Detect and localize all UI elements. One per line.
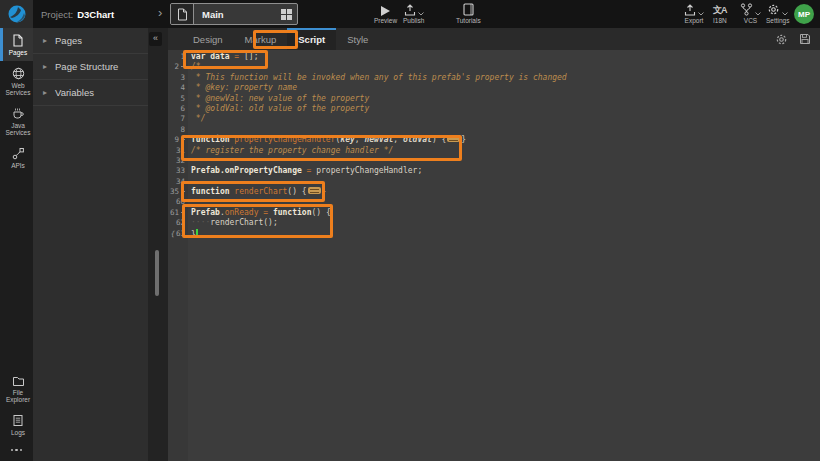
code-lines[interactable]: var data = [];/* * This function will be… <box>188 50 820 461</box>
vertical-scrollbar[interactable] <box>155 250 159 296</box>
i18n-button[interactable]: 文A I18N <box>713 3 727 24</box>
code-line[interactable]: * @oldVal: old value of the property <box>191 104 820 114</box>
editor-settings-gear-icon[interactable] <box>775 33 788 46</box>
code-line[interactable] <box>191 125 820 135</box>
gutter-line-number[interactable]: 8 <box>168 125 188 135</box>
gutter-line-number[interactable]: 60 <box>168 197 188 207</box>
fold-marker-icon[interactable] <box>181 139 185 140</box>
sidebar-more-button[interactable] <box>0 441 33 461</box>
accordion-pages[interactable]: ▸ Pages <box>33 28 148 54</box>
user-avatar[interactable]: MP <box>794 4 814 24</box>
tutorials-button[interactable]: Tutorials <box>456 3 481 24</box>
folded-code-icon[interactable] <box>447 135 460 142</box>
code-line[interactable]: */ <box>191 114 820 124</box>
code-line[interactable]: ····renderChart(); <box>191 218 820 228</box>
vcs-button[interactable]: VCS <box>740 3 761 24</box>
code-token: Prefab <box>191 208 220 217</box>
sidebar-item-logs[interactable]: Logs <box>0 408 33 441</box>
tab-style[interactable]: Style <box>336 28 379 50</box>
code-token: key <box>340 135 354 144</box>
gutter-line-number[interactable]: 34 <box>168 177 188 187</box>
code-token: function <box>191 135 234 144</box>
page-selector[interactable]: Main <box>170 3 298 25</box>
code-line[interactable]: /* <box>191 62 820 72</box>
upload-icon <box>404 4 416 16</box>
code-line[interactable]: function renderChart() {} <box>191 187 820 197</box>
collapse-panel-button[interactable]: « <box>149 32 162 46</box>
fold-marker-icon[interactable] <box>181 191 185 192</box>
code-token: } <box>322 187 327 196</box>
code-line[interactable] <box>191 156 820 166</box>
code-line[interactable] <box>191 197 820 207</box>
wavemaker-logo-icon <box>7 4 27 24</box>
grid-icon[interactable] <box>281 4 297 24</box>
publish-button[interactable]: Publish <box>403 3 424 24</box>
gutter-line-number[interactable]: 32 <box>168 156 188 166</box>
gutter-line-number[interactable]: 33 <box>168 166 188 176</box>
code-token: function <box>268 208 311 217</box>
code-editor[interactable]: 1234567893132333435606162{63 var data = … <box>168 50 820 461</box>
gutter-line-number[interactable]: 5 <box>168 94 188 104</box>
sidebar-item-java-services[interactable]: Java Services <box>0 101 33 141</box>
vcs-label: VCS <box>744 17 757 24</box>
project-label: Project: <box>41 9 73 20</box>
code-line[interactable]: } <box>191 229 820 239</box>
chevron-down-icon <box>418 12 424 16</box>
sidebar-spacer <box>0 174 33 369</box>
publish-label: Publish <box>403 17 424 24</box>
gutter-line-number[interactable]: 31 <box>168 146 188 156</box>
accordion-variables[interactable]: ▸ Variables <box>33 80 148 106</box>
code-token: propertyChangeHandler <box>234 135 335 144</box>
gutter-line-number[interactable]: 7 <box>168 114 188 124</box>
code-line[interactable]: Prefab.onPropertyChange = propertyChange… <box>191 166 820 176</box>
code-line[interactable]: * This function will be invoked when any… <box>191 73 820 83</box>
export-button[interactable]: Export <box>684 3 704 24</box>
code-line[interactable]: function propertyChangeHandler(key, newV… <box>191 135 820 145</box>
gutter-line-number[interactable]: 1 <box>168 52 188 62</box>
preview-button[interactable]: Preview <box>374 3 397 24</box>
fold-marker-icon[interactable] <box>181 66 185 67</box>
settings-button[interactable]: Settings <box>766 3 790 24</box>
code-token: newVal <box>364 135 393 144</box>
folded-code-icon[interactable] <box>308 187 321 194</box>
code-line[interactable]: var data = []; <box>191 52 820 62</box>
sidebar-item-apis[interactable]: APIs <box>0 141 33 174</box>
code-line[interactable]: * @newVal: new value of the property <box>191 94 820 104</box>
code-line[interactable]: Prefab.onReady = function() { <box>191 208 820 218</box>
wavemaker-studio: Project: D3Chart › Main Preview Publish <box>0 0 820 461</box>
gutter-line-number[interactable]: 35 <box>168 187 188 197</box>
gutter-line-number[interactable]: 3 <box>168 73 188 83</box>
app-logo[interactable] <box>0 0 33 28</box>
tab-design[interactable]: Design <box>182 28 234 50</box>
sidebar-item-web-services[interactable]: Web Services <box>0 61 33 101</box>
gutter-line-number[interactable]: 4 <box>168 83 188 93</box>
code-token: ···· <box>191 218 210 227</box>
gutter-line-number[interactable]: 61 <box>168 208 188 218</box>
code-token: []; <box>239 52 258 61</box>
editor-area: Design Markup Script Style 1234567893132… <box>168 28 820 461</box>
editor-tabbar: Design Markup Script Style <box>168 28 820 50</box>
code-line[interactable]: * @key: property name <box>191 83 820 93</box>
code-token: * @key: property name <box>191 83 297 92</box>
gutter-line-number[interactable]: 2 <box>168 62 188 72</box>
save-icon[interactable] <box>799 33 811 45</box>
code-token: ) { <box>432 135 446 144</box>
code-line[interactable]: /* register the property change handler … <box>191 146 820 156</box>
chevron-down-icon <box>698 12 704 16</box>
code-line[interactable] <box>191 177 820 187</box>
code-token: * @oldVal: old value of the property <box>191 104 369 113</box>
gutter-line-number[interactable]: 6 <box>168 104 188 114</box>
sidebar-item-pages[interactable]: Pages <box>0 28 33 61</box>
sidebar-item-file-explorer[interactable]: File Explorer <box>0 369 33 408</box>
code-token: () { <box>311 208 330 217</box>
code-token: oldVal <box>403 135 432 144</box>
tab-markup[interactable]: Markup <box>234 28 288 50</box>
gutter-line-number[interactable]: 62 <box>168 218 188 228</box>
gutter-line-number[interactable]: {63 <box>168 229 188 239</box>
tab-script[interactable]: Script <box>287 28 336 50</box>
gutter-line-number[interactable]: 9 <box>168 135 188 145</box>
accordion-page-structure[interactable]: ▸ Page Structure <box>33 54 148 80</box>
logs-icon <box>12 414 24 427</box>
code-token: function <box>191 187 234 196</box>
fold-marker-icon[interactable] <box>181 212 185 213</box>
